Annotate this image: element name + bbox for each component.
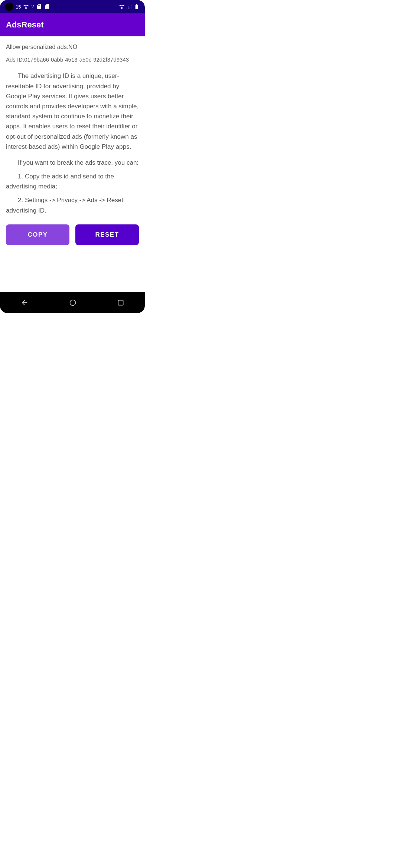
signal-bars-icon: [126, 4, 132, 10]
sim-icon: [44, 4, 50, 10]
question-mark-icon: ?: [31, 4, 34, 9]
sd-card-icon: [36, 4, 42, 10]
svg-rect-1: [118, 300, 123, 305]
wifi-signal-icon: [119, 4, 125, 10]
status-bar-left: 15 ?: [5, 3, 50, 11]
wifi-icon: [23, 4, 29, 10]
action-buttons: COPY RESET: [6, 224, 139, 245]
recent-apps-button[interactable]: [110, 295, 132, 310]
notification-dot-icon: [5, 3, 13, 11]
reset-button[interactable]: RESET: [75, 224, 139, 245]
status-time: 15: [16, 4, 21, 10]
break-trace-intro: If you want to break the ads trace, you …: [6, 158, 139, 168]
main-content: Allow personalized ads:NO Ads ID:0179ba6…: [0, 36, 145, 292]
app-bar: AdsReset: [0, 13, 145, 36]
instruction-step-2: 2. Settings -> Privacy -> Ads -> Reset a…: [6, 195, 139, 215]
copy-button[interactable]: COPY: [6, 224, 69, 245]
app-title: AdsReset: [6, 20, 43, 29]
recent-apps-icon: [117, 299, 124, 306]
advertising-id-description: The advertising ID is a unique, user-res…: [6, 71, 139, 152]
personalized-ads-status: Allow personalized ads:NO: [6, 43, 139, 51]
ads-id-value: Ads ID:0179ba66-0abb-4513-a50c-92d2f37d9…: [6, 56, 139, 63]
instruction-step-1: 1. Copy the ads id and send to the adver…: [6, 171, 139, 191]
status-bar-right: [119, 4, 140, 10]
navigation-bar: [0, 292, 145, 313]
status-bar: 15 ?: [0, 0, 145, 13]
back-icon: [20, 299, 29, 307]
svg-point-0: [70, 300, 75, 306]
battery-icon: [134, 4, 140, 10]
home-button[interactable]: [62, 295, 84, 310]
home-icon: [69, 299, 76, 306]
back-button[interactable]: [13, 295, 36, 310]
